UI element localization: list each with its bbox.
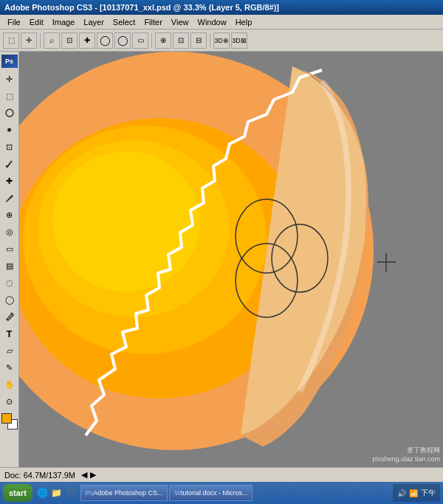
toolbar-sep2 bbox=[151, 33, 152, 48]
menu-help[interactable]: Help bbox=[231, 16, 257, 28]
menu-bar: File Edit Image Layer Select Filter View… bbox=[0, 15, 443, 30]
tool-text[interactable]: T bbox=[1, 325, 18, 342]
tray-icon1: 🔊 bbox=[397, 489, 406, 497]
menu-edit[interactable]: Edit bbox=[25, 16, 48, 28]
tool-move[interactable]: ✛ bbox=[1, 71, 18, 87]
watermark: 查丁教程网pixsheng.olaz tian.com bbox=[372, 446, 440, 464]
toolbar-mode[interactable]: ▭ bbox=[132, 32, 148, 49]
tool-gradient[interactable]: ▤ bbox=[1, 258, 18, 274]
tool-brush[interactable] bbox=[1, 190, 18, 206]
system-tray: 🔊 📶 下午 bbox=[393, 484, 440, 502]
taskbar-word-btn[interactable]: W tutorial.docx - Micros... bbox=[169, 485, 253, 501]
start-label: start bbox=[9, 489, 27, 497]
toolbar-brush2[interactable]: ◯ bbox=[114, 32, 131, 49]
title-text: Adobe Photoshop CS3 - [10137071_xxl.psd … bbox=[4, 3, 279, 12]
tray-icon2: 📶 bbox=[409, 489, 418, 497]
scroll-left[interactable]: ◀ bbox=[81, 470, 87, 480]
doc-info: Doc: 64.7M/137.9M bbox=[4, 471, 75, 480]
toolbar-3d2[interactable]: 3D⊠ bbox=[231, 32, 247, 49]
menu-file[interactable]: File bbox=[3, 16, 25, 28]
tool-marquee[interactable]: ⬚ bbox=[1, 88, 18, 104]
toolbar-healing[interactable]: ✚ bbox=[79, 32, 95, 49]
toolbar: ⬚ ✛ ⌕ ⊡ ✚ ◯ ◯ ▭ ⊕ ⊡ ⊟ 3D⊕ 3D⊠ bbox=[0, 30, 443, 52]
tool-shape[interactable]: ▱ bbox=[1, 342, 18, 359]
toolbar-brush[interactable]: ◯ bbox=[97, 32, 113, 49]
tool-history[interactable]: ◎ bbox=[1, 224, 18, 240]
toolbar-lasso[interactable]: ⌕ bbox=[44, 32, 60, 49]
menu-view[interactable]: View bbox=[167, 16, 193, 28]
menu-filter[interactable]: Filter bbox=[140, 16, 166, 28]
menu-image[interactable]: Image bbox=[48, 16, 80, 28]
toolbar-option2[interactable]: ⊡ bbox=[173, 32, 189, 49]
tool-blur[interactable]: ◌ bbox=[1, 275, 18, 291]
taskbar: start 🌐 📁 🎵 Ps Adobe Photoshop CS... W t… bbox=[0, 482, 443, 504]
svg-rect-1 bbox=[6, 165, 8, 168]
menu-layer[interactable]: Layer bbox=[79, 16, 109, 28]
tool-stamp[interactable]: ⊕ bbox=[1, 207, 18, 223]
toolbar-option1[interactable]: ⊕ bbox=[155, 32, 171, 49]
menu-select[interactable]: Select bbox=[109, 16, 140, 28]
toolbar-3d1[interactable]: 3D⊕ bbox=[213, 32, 230, 49]
tool-dodge[interactable]: ◯ bbox=[1, 291, 18, 308]
start-button[interactable]: start bbox=[3, 484, 32, 502]
egg-illustration bbox=[19, 52, 425, 465]
ie-icon[interactable]: 🌐 bbox=[37, 488, 48, 498]
toolbar-sep1 bbox=[40, 33, 41, 48]
foreground-color[interactable] bbox=[1, 413, 12, 424]
svg-point-8 bbox=[52, 151, 200, 291]
tool-crop[interactable]: ⊡ bbox=[1, 139, 18, 155]
toolbar-move[interactable]: ✛ bbox=[21, 32, 37, 49]
color-boxes[interactable] bbox=[1, 413, 18, 429]
toolbar-marquee[interactable]: ⬚ bbox=[3, 32, 19, 49]
tool-magic-wand[interactable]: ⁕ bbox=[1, 122, 18, 138]
scroll-right[interactable]: ▶ bbox=[90, 470, 96, 480]
tool-healing[interactable]: ✚ bbox=[1, 173, 18, 189]
tool-hand[interactable]: ✋ bbox=[1, 376, 18, 393]
toolbox: Ps ✛ ⬚ ⁕ ⊡ ✚ ⊕ ◎ ▭ ▤ ◌ ◯ T ▱ ✎ ✋ ⊙ bbox=[0, 52, 19, 467]
title-bar: Adobe Photoshop CS3 - [10137071_xxl.psd … bbox=[0, 0, 443, 15]
svg-point-2 bbox=[10, 313, 13, 315]
status-bar: Doc: 64.7M/137.9M ◀ ▶ bbox=[0, 467, 443, 482]
canvas-area[interactable]: 查丁教程网pixsheng.olaz tian.com bbox=[19, 52, 443, 467]
toolbar-sep3 bbox=[210, 33, 210, 48]
taskbar-photoshop-btn[interactable]: Ps Adobe Photoshop CS... bbox=[80, 485, 168, 501]
toolbar-crop[interactable]: ⊡ bbox=[61, 32, 78, 49]
tool-lasso[interactable] bbox=[1, 105, 18, 121]
menu-window[interactable]: Window bbox=[193, 16, 231, 28]
tray-time: 下午 bbox=[421, 488, 436, 498]
main-area: Ps ✛ ⬚ ⁕ ⊡ ✚ ⊕ ◎ ▭ ▤ ◌ ◯ T ▱ ✎ ✋ ⊙ bbox=[0, 52, 443, 467]
canvas-window: 查丁教程网pixsheng.olaz tian.com bbox=[19, 52, 443, 467]
folder-icon[interactable]: 📁 bbox=[51, 488, 62, 498]
tool-notes[interactable]: ✎ bbox=[1, 359, 18, 376]
tool-eyedropper[interactable] bbox=[1, 156, 18, 172]
media-icon[interactable]: 🎵 bbox=[65, 488, 76, 498]
ps-logo: Ps bbox=[1, 55, 18, 68]
tool-pen[interactable] bbox=[1, 308, 18, 325]
tool-zoom[interactable]: ⊙ bbox=[1, 393, 18, 410]
toolbar-option3[interactable]: ⊟ bbox=[190, 32, 207, 49]
tool-eraser[interactable]: ▭ bbox=[1, 241, 18, 257]
taskbar-quick-launch: 🌐 📁 🎵 bbox=[37, 488, 76, 498]
